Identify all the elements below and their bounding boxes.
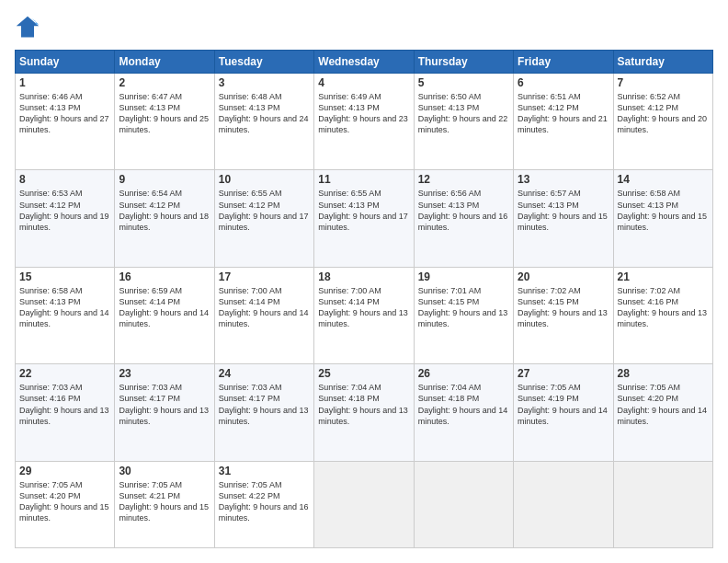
col-monday: Monday	[115, 51, 214, 74]
cell-content: Sunrise: 6:47 AMSunset: 4:13 PMDaylight:…	[119, 91, 210, 136]
cell-content: Sunrise: 7:04 AMSunset: 4:18 PMDaylight:…	[418, 382, 509, 427]
cell-content: Sunrise: 6:56 AMSunset: 4:13 PMDaylight:…	[418, 188, 509, 233]
day-number: 26	[418, 367, 509, 380]
col-friday: Friday	[514, 51, 613, 74]
day-number: 2	[119, 76, 210, 89]
day-number: 21	[618, 270, 709, 283]
table-row: 28Sunrise: 7:05 AMSunset: 4:20 PMDayligh…	[613, 364, 712, 461]
table-row: 9Sunrise: 6:54 AMSunset: 4:12 PMDaylight…	[115, 170, 214, 267]
table-row: 23Sunrise: 7:03 AMSunset: 4:17 PMDayligh…	[115, 364, 214, 461]
table-row: 6Sunrise: 6:51 AMSunset: 4:12 PMDaylight…	[514, 74, 613, 170]
day-number: 11	[318, 173, 409, 186]
table-row: 13Sunrise: 6:57 AMSunset: 4:13 PMDayligh…	[514, 170, 613, 267]
cell-content: Sunrise: 7:04 AMSunset: 4:18 PMDaylight:…	[318, 382, 409, 427]
logo	[15, 15, 44, 40]
day-number: 30	[119, 465, 210, 477]
day-number: 4	[318, 76, 409, 89]
table-row: 29Sunrise: 7:05 AMSunset: 4:20 PMDayligh…	[16, 461, 115, 547]
table-row: 25Sunrise: 7:04 AMSunset: 4:18 PMDayligh…	[314, 364, 414, 461]
table-row: 7Sunrise: 6:52 AMSunset: 4:12 PMDaylight…	[613, 74, 712, 170]
day-number: 28	[618, 367, 709, 380]
col-thursday: Thursday	[414, 51, 513, 74]
day-number: 27	[518, 367, 609, 380]
cell-content: Sunrise: 6:52 AMSunset: 4:12 PMDaylight:…	[618, 91, 709, 136]
day-number: 31	[219, 465, 310, 477]
calendar-week-row: 29Sunrise: 7:05 AMSunset: 4:20 PMDayligh…	[16, 461, 713, 547]
table-row	[314, 461, 414, 547]
cell-content: Sunrise: 6:57 AMSunset: 4:13 PMDaylight:…	[518, 188, 609, 233]
col-saturday: Saturday	[613, 51, 712, 74]
cell-content: Sunrise: 6:54 AMSunset: 4:12 PMDaylight:…	[119, 188, 210, 233]
calendar-header-row: Sunday Monday Tuesday Wednesday Thursday…	[16, 51, 713, 74]
table-row	[613, 461, 712, 547]
day-number: 29	[19, 465, 110, 477]
table-row: 4Sunrise: 6:49 AMSunset: 4:13 PMDaylight…	[314, 74, 414, 170]
table-row: 30Sunrise: 7:05 AMSunset: 4:21 PMDayligh…	[115, 461, 214, 547]
cell-content: Sunrise: 6:48 AMSunset: 4:13 PMDaylight:…	[219, 91, 310, 136]
cell-content: Sunrise: 6:55 AMSunset: 4:13 PMDaylight:…	[318, 188, 409, 233]
table-row: 19Sunrise: 7:01 AMSunset: 4:15 PMDayligh…	[414, 267, 513, 363]
table-row: 8Sunrise: 6:53 AMSunset: 4:12 PMDaylight…	[16, 170, 115, 267]
calendar-week-row: 1Sunrise: 6:46 AMSunset: 4:13 PMDaylight…	[16, 74, 713, 170]
table-row: 12Sunrise: 6:56 AMSunset: 4:13 PMDayligh…	[414, 170, 513, 267]
day-number: 16	[119, 270, 210, 283]
day-number: 14	[618, 173, 709, 186]
table-row: 10Sunrise: 6:55 AMSunset: 4:12 PMDayligh…	[214, 170, 313, 267]
day-number: 24	[219, 367, 310, 380]
table-row: 26Sunrise: 7:04 AMSunset: 4:18 PMDayligh…	[414, 364, 513, 461]
day-number: 15	[19, 270, 110, 283]
svg-marker-0	[17, 17, 40, 38]
header	[15, 15, 713, 40]
table-row: 18Sunrise: 7:00 AMSunset: 4:14 PMDayligh…	[314, 267, 414, 363]
table-row: 5Sunrise: 6:50 AMSunset: 4:13 PMDaylight…	[414, 74, 513, 170]
day-number: 23	[119, 367, 210, 380]
cell-content: Sunrise: 6:58 AMSunset: 4:13 PMDaylight:…	[19, 285, 110, 330]
cell-content: Sunrise: 6:49 AMSunset: 4:13 PMDaylight:…	[318, 91, 409, 136]
cell-content: Sunrise: 6:51 AMSunset: 4:12 PMDaylight:…	[518, 91, 609, 136]
cell-content: Sunrise: 7:03 AMSunset: 4:17 PMDaylight:…	[119, 382, 210, 427]
cell-content: Sunrise: 7:00 AMSunset: 4:14 PMDaylight:…	[318, 285, 409, 330]
cell-content: Sunrise: 7:01 AMSunset: 4:15 PMDaylight:…	[418, 285, 509, 330]
table-row: 22Sunrise: 7:03 AMSunset: 4:16 PMDayligh…	[16, 364, 115, 461]
table-row: 27Sunrise: 7:05 AMSunset: 4:19 PMDayligh…	[514, 364, 613, 461]
page: Sunday Monday Tuesday Wednesday Thursday…	[0, 0, 728, 563]
cell-content: Sunrise: 6:46 AMSunset: 4:13 PMDaylight:…	[19, 91, 110, 136]
cell-content: Sunrise: 7:05 AMSunset: 4:19 PMDaylight:…	[518, 382, 609, 427]
cell-content: Sunrise: 7:03 AMSunset: 4:16 PMDaylight:…	[19, 382, 110, 427]
cell-content: Sunrise: 7:02 AMSunset: 4:15 PMDaylight:…	[518, 285, 609, 330]
col-sunday: Sunday	[16, 51, 115, 74]
table-row	[414, 461, 513, 547]
table-row: 14Sunrise: 6:58 AMSunset: 4:13 PMDayligh…	[613, 170, 712, 267]
table-row: 16Sunrise: 6:59 AMSunset: 4:14 PMDayligh…	[115, 267, 214, 363]
logo-icon	[15, 15, 40, 40]
cell-content: Sunrise: 7:05 AMSunset: 4:22 PMDaylight:…	[219, 479, 310, 524]
cell-content: Sunrise: 6:53 AMSunset: 4:12 PMDaylight:…	[19, 188, 110, 233]
day-number: 19	[418, 270, 509, 283]
day-number: 6	[518, 76, 609, 89]
table-row: 3Sunrise: 6:48 AMSunset: 4:13 PMDaylight…	[214, 74, 313, 170]
table-row: 2Sunrise: 6:47 AMSunset: 4:13 PMDaylight…	[115, 74, 214, 170]
cell-content: Sunrise: 7:05 AMSunset: 4:20 PMDaylight:…	[19, 479, 110, 524]
calendar-table: Sunday Monday Tuesday Wednesday Thursday…	[15, 50, 713, 548]
table-row: 1Sunrise: 6:46 AMSunset: 4:13 PMDaylight…	[16, 74, 115, 170]
calendar-week-row: 15Sunrise: 6:58 AMSunset: 4:13 PMDayligh…	[16, 267, 713, 363]
day-number: 7	[618, 76, 709, 89]
table-row: 31Sunrise: 7:05 AMSunset: 4:22 PMDayligh…	[214, 461, 313, 547]
day-number: 5	[418, 76, 509, 89]
col-tuesday: Tuesday	[214, 51, 313, 74]
table-row: 20Sunrise: 7:02 AMSunset: 4:15 PMDayligh…	[514, 267, 613, 363]
day-number: 1	[19, 76, 110, 89]
day-number: 22	[19, 367, 110, 380]
table-row: 24Sunrise: 7:03 AMSunset: 4:17 PMDayligh…	[214, 364, 313, 461]
day-number: 9	[119, 173, 210, 186]
table-row	[514, 461, 613, 547]
table-row: 17Sunrise: 7:00 AMSunset: 4:14 PMDayligh…	[214, 267, 313, 363]
table-row: 11Sunrise: 6:55 AMSunset: 4:13 PMDayligh…	[314, 170, 414, 267]
cell-content: Sunrise: 7:02 AMSunset: 4:16 PMDaylight:…	[618, 285, 709, 330]
table-row: 15Sunrise: 6:58 AMSunset: 4:13 PMDayligh…	[16, 267, 115, 363]
cell-content: Sunrise: 6:55 AMSunset: 4:12 PMDaylight:…	[219, 188, 310, 233]
day-number: 18	[318, 270, 409, 283]
day-number: 8	[19, 173, 110, 186]
cell-content: Sunrise: 7:05 AMSunset: 4:21 PMDaylight:…	[119, 479, 210, 524]
day-number: 3	[219, 76, 310, 89]
